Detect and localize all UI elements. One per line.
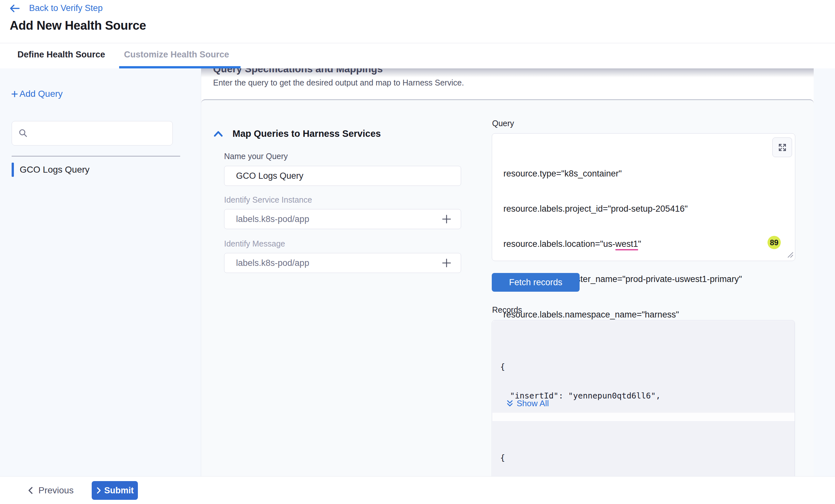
chevron-left-icon (27, 486, 35, 495)
page-background-strip (814, 68, 835, 476)
record-item: { "insertId": "r6rk2tnah3owf5eh", "jsonP… (492, 421, 795, 476)
active-tab-underline (119, 66, 241, 68)
query-input[interactable]: resource.type="k8s_container" resource.l… (492, 133, 795, 261)
record-item: { "insertId": "yennepun0qtd6ll6", "jsonP… (492, 321, 795, 413)
add-message-button[interactable] (440, 256, 453, 269)
previous-button[interactable]: Previous (27, 481, 74, 500)
back-arrow-icon (9, 4, 20, 13)
search-icon (18, 128, 28, 138)
submit-label: Submit (104, 486, 134, 496)
identify-message-input[interactable] (224, 253, 461, 273)
add-service-instance-button[interactable] (440, 213, 453, 226)
expand-query-button[interactable] (772, 138, 792, 157)
add-query-label: Add Query (19, 89, 63, 99)
query-item-label: GCO Logs Query (20, 165, 89, 175)
double-chevron-down-icon (506, 399, 514, 408)
previous-label: Previous (38, 485, 74, 496)
plus-icon (441, 257, 452, 269)
identify-message-label: Identify Message (224, 239, 285, 249)
character-count-badge: 89 (768, 236, 781, 249)
records-label: Records (492, 305, 522, 315)
query-name-input[interactable] (224, 166, 461, 186)
footer-bar: Previous Submit (0, 476, 835, 504)
chevron-up-icon[interactable] (213, 130, 223, 138)
expand-icon (778, 143, 787, 152)
chevron-right-icon (96, 487, 102, 494)
main-panel: Query Specifications and Mappings Enter … (201, 68, 814, 476)
resize-handle[interactable] (787, 251, 794, 259)
query-mapping-card: Map Queries to Harness Services Name you… (201, 99, 814, 476)
misspelled-word: west1 (615, 239, 638, 250)
submit-button[interactable]: Submit (92, 481, 138, 500)
back-to-verify-step-link[interactable]: Back to Verify Step (9, 3, 103, 13)
back-link-label: Back to Verify Step (29, 3, 103, 13)
identify-service-instance-label: Identify Service Instance (224, 195, 312, 205)
query-label: Query (492, 119, 514, 128)
page-title: Add New Health Source (10, 19, 146, 33)
page-header: Back to Verify Step Add New Health Sourc… (0, 0, 835, 68)
query-search-box (12, 121, 173, 146)
tab-customize-health-source[interactable]: Customize Health Source (124, 50, 229, 60)
content-area: + Add Query GCO Logs Query Query Specifi… (0, 68, 835, 476)
map-queries-heading: Map Queries to Harness Services (232, 128, 381, 139)
show-all-link[interactable]: Show All (506, 398, 549, 408)
add-query-button[interactable]: + Add Query (11, 88, 63, 99)
query-sidebar: + Add Query GCO Logs Query (0, 68, 201, 476)
selected-query-indicator (12, 163, 14, 177)
section-subtitle: Enter the query to get the desired outpu… (213, 78, 464, 87)
section-title: Query Specifications and Mappings (213, 68, 383, 75)
service-instance-input[interactable] (224, 209, 461, 229)
add-health-source-page: Back to Verify Step Add New Health Sourc… (0, 0, 835, 504)
name-query-label: Name your Query (224, 152, 288, 161)
plus-icon (441, 214, 452, 225)
plus-icon: + (11, 88, 18, 99)
fetch-records-button[interactable]: Fetch records (492, 273, 579, 292)
sidebar-item-gco-logs-query[interactable]: GCO Logs Query (12, 162, 89, 177)
query-search-input[interactable] (33, 124, 172, 143)
sidebar-divider (12, 156, 180, 156)
records-panel: { "insertId": "yennepun0qtd6ll6", "jsonP… (492, 320, 795, 476)
show-all-label: Show All (517, 398, 549, 408)
map-queries-header: Map Queries to Harness Services (213, 128, 381, 139)
header-divider (0, 43, 835, 43)
record-json: { "insertId": "r6rk2tnah3owf5eh", "jsonP… (492, 421, 795, 476)
tab-define-health-source[interactable]: Define Health Source (17, 50, 105, 60)
